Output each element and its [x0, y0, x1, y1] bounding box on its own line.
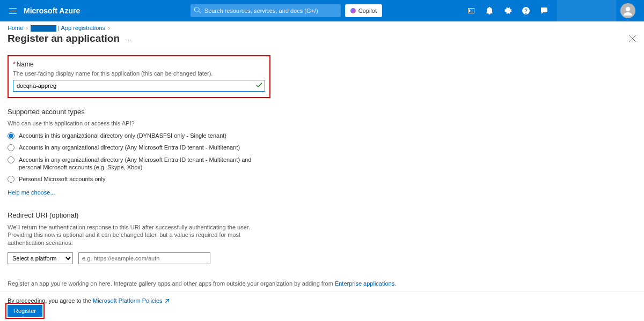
policy-link[interactable]: Microsoft Platform Policies [93, 297, 163, 304]
menu-icon[interactable] [4, 2, 21, 19]
help-me-choose-link[interactable]: Help me choose... [8, 189, 55, 196]
radio-multitenant[interactable] [8, 144, 14, 151]
copilot-button[interactable]: Copilot [345, 4, 382, 17]
account-panel[interactable] [557, 0, 616, 21]
radio-multitenant-personal-label: Accounts in any organizational directory… [19, 156, 266, 171]
global-search[interactable] [191, 4, 341, 17]
breadcrumb-tenant[interactable] [31, 25, 56, 32]
cloud-shell-icon[interactable] [463, 2, 480, 19]
close-icon[interactable] [629, 35, 636, 42]
register-highlight: Register [5, 303, 45, 319]
search-icon [194, 6, 201, 14]
radio-multitenant-label: Accounts in any organizational directory… [19, 144, 240, 151]
account-types-subtitle: Who can use this application or access t… [8, 120, 636, 126]
radio-single-tenant-label: Accounts in this organizational director… [19, 132, 226, 139]
redirect-title: Redirect URI (optional) [8, 211, 636, 219]
chevron-right-icon: › [26, 25, 28, 31]
topbar-actions [463, 2, 553, 19]
name-label: *Name [13, 61, 265, 68]
radio-personal-label: Personal Microsoft accounts only [19, 175, 105, 183]
radio-personal[interactable] [8, 176, 14, 183]
brand-label: Microsoft Azure [24, 6, 80, 15]
help-icon[interactable] [517, 2, 535, 19]
svg-point-0 [626, 7, 630, 11]
copilot-icon [350, 8, 356, 13]
breadcrumb: Home › | App registrations › [0, 21, 644, 33]
account-types-title: Supported account types [8, 108, 636, 116]
copilot-label: Copilot [358, 8, 377, 14]
search-input[interactable] [191, 4, 341, 17]
settings-icon[interactable] [499, 2, 516, 19]
divider [0, 292, 644, 292]
external-link-icon [164, 298, 170, 304]
enterprise-apps-link[interactable]: Enterprise applications [335, 280, 394, 287]
name-section-highlight: *Name The user-facing display name for t… [8, 55, 270, 98]
name-help: The user-facing display name for this ap… [13, 70, 265, 77]
top-bar: Microsoft Azure Copilot [0, 0, 644, 21]
account-types-radios: Accounts in this organizational director… [8, 132, 636, 183]
check-icon [256, 82, 262, 88]
more-icon[interactable]: ··· [126, 36, 131, 43]
app-name-input[interactable] [13, 80, 265, 92]
redirect-uri-input[interactable] [78, 252, 210, 264]
user-avatar[interactable] [620, 3, 635, 18]
breadcrumb-home[interactable]: Home [8, 25, 23, 31]
notifications-icon[interactable] [481, 2, 498, 19]
page-title: Register an application [8, 33, 120, 44]
footer-note: Register an app you're working on here. … [8, 280, 396, 287]
breadcrumb-appreg[interactable]: | App registrations [58, 25, 105, 31]
platform-select[interactable]: Select a platform [8, 252, 73, 264]
register-button[interactable]: Register [8, 305, 42, 317]
radio-multitenant-personal[interactable] [8, 156, 14, 163]
radio-single-tenant[interactable] [8, 132, 14, 139]
redirect-desc: We'll return the authentication response… [8, 223, 260, 248]
page-header: Register an application ··· [0, 33, 644, 49]
chevron-right-icon: › [108, 25, 110, 31]
feedback-icon[interactable] [536, 2, 553, 19]
